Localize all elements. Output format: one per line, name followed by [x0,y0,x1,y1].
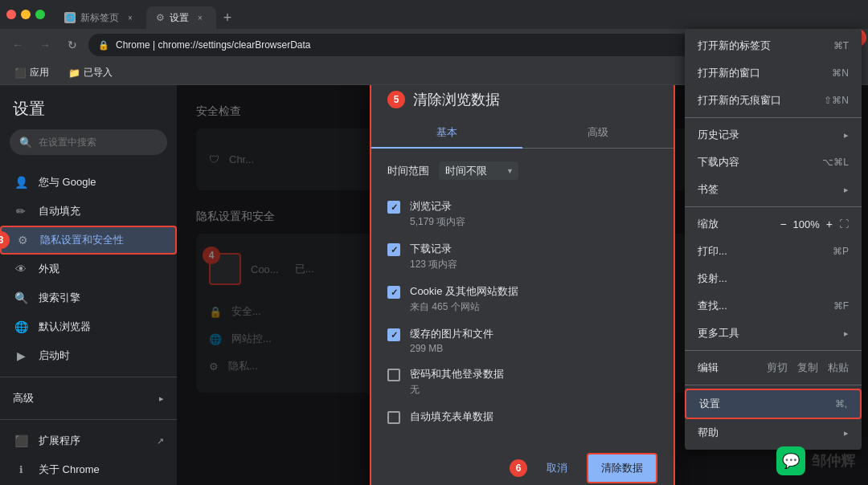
advanced-arrow-icon: ▸ [159,393,164,404]
modal-tab-basic[interactable]: 基本 [371,117,522,148]
menu-item-help[interactable]: 帮助 ▸ [685,419,862,446]
tab-settings[interactable]: ⚙ 设置 × [146,6,216,29]
checkbox-history-check[interactable]: ✓ [387,201,400,214]
sidebar-item-extensions[interactable]: ⬛ 扩展程序 ↗ [0,426,177,455]
sidebar-item-appearance[interactable]: 👁 外观 [0,255,177,283]
paste-button[interactable]: 粘贴 [828,361,849,375]
menu-item-new-window[interactable]: 打开新的窗口 ⌘N [685,59,862,87]
checkbox-cookies: ✓ Cookie 及其他网站数据 来自 465 个网站 [387,278,657,320]
minimize-button[interactable] [21,10,31,19]
modal-tab-advanced[interactable]: 高级 [522,117,674,148]
menu-divider-3 [685,350,862,351]
sidebar-item-google[interactable]: 👤 您与 Google [0,168,177,197]
sidebar-item-startup[interactable]: ▶ 启动时 [0,341,177,370]
menu-item-zoom[interactable]: 缩放 − 100% + ⛶ [685,210,862,238]
checkbox-history: ✓ 浏览记录 5,179 项内容 [387,193,657,235]
modal-title-text: 清除浏览数据 [413,90,500,109]
checkbox-passwords-content: 密码和其他登录数据 无 [410,367,504,397]
sidebar-item-autofill[interactable]: ✏ 自动填充 [0,197,177,226]
menu-item-history[interactable]: 历史记录 ▸ [685,121,862,149]
menu-item-print-label: 打印... [698,244,727,259]
tab-newtab-label: 新标签页 [80,11,119,25]
tab-settings-close[interactable]: × [194,11,207,24]
step-badge-5: 5 [387,91,405,108]
menu-item-find[interactable]: 查找... ⌘F [685,292,862,320]
sidebar-item-appearance-label: 外观 [39,262,59,276]
sidebar-item-browser[interactable]: 🌐 默认浏览器 [0,312,177,341]
maximize-button[interactable] [35,10,45,19]
cancel-button[interactable]: 取消 [534,454,580,482]
tabs-area: 🌐 新标签页 × ⚙ 设置 × + [55,0,862,29]
menu-item-print[interactable]: 打印... ⌘P [685,238,862,265]
sidebar-item-autofill-label: 自动填充 [39,204,80,218]
tab-newtab[interactable]: 🌐 新标签页 × [55,6,146,29]
menu-item-cast[interactable]: 投射... [685,265,862,292]
checkbox-passwords-check[interactable] [387,369,400,381]
checkbox-cache: ✓ 缓存的图片和文件 299 MB [387,320,657,361]
sidebar-item-search[interactable]: 🔍 搜索引擎 [0,283,177,312]
menu-divider-1 [685,117,862,118]
menu-item-settings[interactable]: 设置 ⌘, [685,389,862,419]
zoom-plus-button[interactable]: + [826,218,833,230]
sidebar-item-about[interactable]: ℹ 关于 Chrome [0,455,177,484]
menu-item-downloads[interactable]: 下载内容 ⌥⌘L [685,149,862,176]
menu-item-edit: 编辑 剪切 复制 粘贴 [685,354,862,381]
sidebar-search-input[interactable] [39,137,159,148]
menu-item-incognito-shortcut: ⇧⌘N [824,95,849,106]
checkbox-autofill: 自动填充表单数据 [387,403,657,430]
checkbox-passwords: 密码和其他登录数据 无 [387,361,657,403]
clear-browser-data-modal: 5 清除浏览数据 基本 高级 时间范围 [370,85,675,485]
clear-data-button[interactable]: 清除数据 [587,453,657,483]
privacy-icon: ⚙ [14,232,31,248]
zoom-controls: − 100% + ⛶ [780,218,849,230]
menu-item-more-tools-arrow: ▸ [844,328,849,339]
bookmark-apps[interactable]: ⬛ 应用 [10,64,54,81]
time-range-label: 时间范围 [387,164,429,178]
about-icon: ℹ [13,462,29,478]
checkbox-downloads-content: 下载记录 123 项内容 [410,242,457,271]
checkbox-cache-content: 缓存的图片和文件 299 MB [410,327,493,354]
menu-item-history-label: 历史记录 [698,128,739,142]
tab-newtab-close[interactable]: × [124,11,137,24]
close-button[interactable] [6,10,16,19]
checkmark-icon-3: ✓ [391,287,398,298]
wechat-icon: 💬 [776,446,805,475]
browser-frame: 🌐 新标签页 × ⚙ 设置 × + ← → ↻ 🔒 Chrome | chrom… [0,0,868,485]
sidebar-item-search-label: 搜索引擎 [39,291,80,305]
menu-item-incognito[interactable]: 打开新的无痕窗口 ⇧⌘N [685,87,862,114]
menu-item-more-tools[interactable]: 更多工具 ▸ [685,320,862,347]
zoom-fullscreen-button[interactable]: ⛶ [839,218,849,230]
footer-buttons: 6 取消 清除数据 [510,453,657,483]
menu-item-edit-label: 编辑 [698,361,719,375]
checkbox-cookies-check[interactable]: ✓ [387,286,400,299]
checkbox-cache-sublabel: 299 MB [410,343,493,354]
sidebar-search-bar[interactable]: 🔍 [10,129,167,155]
menu-item-history-arrow: ▸ [844,130,849,141]
sidebar-divider-1 [0,377,177,377]
refresh-button[interactable]: ↻ [61,34,84,56]
checkbox-cookies-sublabel: 来自 465 个网站 [410,300,518,314]
title-bar: 🌐 新标签页 × ⚙ 设置 × + [0,0,868,29]
menu-item-new-tab[interactable]: 打开新的标签页 ⌘T [685,32,862,59]
apps-grid-icon: ⬛ [14,67,27,79]
time-range-select-wrapper[interactable]: 最近一小时 最近24小时 最近7天 最近4周 时间不限 [439,161,518,180]
zoom-minus-button[interactable]: − [780,218,786,230]
menu-item-help-label: 帮助 [698,426,719,440]
menu-item-bookmarks[interactable]: 书签 ▸ [685,176,862,203]
checkbox-downloads-check[interactable]: ✓ [387,243,400,256]
sidebar-item-privacy[interactable]: 3 ⚙ 隐私设置和安全性 [0,226,177,255]
new-tab-button[interactable]: + [216,6,239,29]
checkbox-autofill-check[interactable] [387,411,400,424]
address-bar[interactable]: 🔒 Chrome | chrome://settings/clearBrowse… [88,34,731,56]
time-range-select[interactable]: 最近一小时 最近24小时 最近7天 最近4周 时间不限 [439,161,518,180]
forward-button[interactable]: → [34,34,56,56]
back-button[interactable]: ← [6,34,29,56]
bookmark-imported[interactable]: 📁 已导入 [63,64,117,81]
copy-button[interactable]: 复制 [797,361,818,375]
modal-tabs: 基本 高级 [371,117,674,149]
sidebar-item-advanced[interactable]: 高级 ▸ [0,384,177,413]
cut-button[interactable]: 剪切 [767,361,788,375]
menu-item-zoom-label: 缩放 [698,217,719,231]
address-text: Chrome | chrome://settings/clearBrowserD… [116,39,311,51]
checkbox-cache-check[interactable]: ✓ [387,328,400,341]
